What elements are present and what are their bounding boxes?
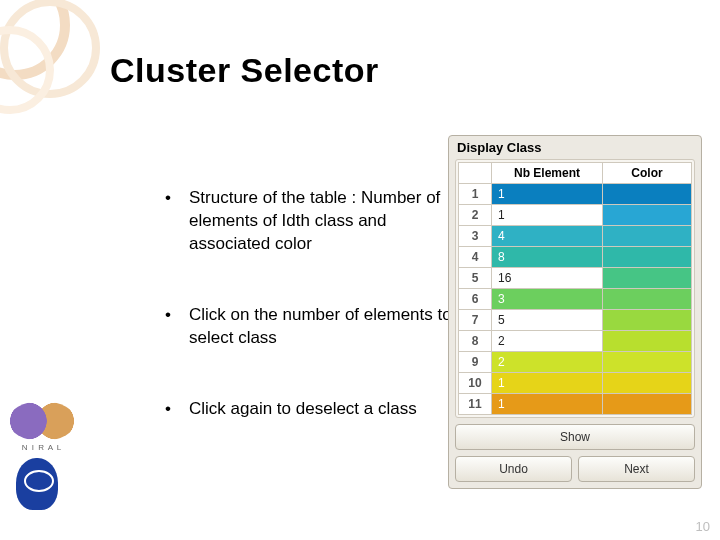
color-swatch: [603, 205, 692, 226]
col-color: Color: [603, 163, 692, 184]
table-row: 111: [459, 394, 692, 415]
row-index: 3: [459, 226, 492, 247]
page-number: 10: [696, 519, 710, 534]
table-row: 101: [459, 373, 692, 394]
table-row: 21: [459, 205, 692, 226]
class-table: Nb Element Color 11213448516637582921011…: [458, 162, 692, 415]
svg-point-2: [0, 30, 50, 110]
table-row: 34: [459, 226, 692, 247]
nb-element-cell[interactable]: 1: [492, 373, 603, 394]
table-row: 63: [459, 289, 692, 310]
nb-element-cell[interactable]: 8: [492, 247, 603, 268]
nb-element-cell[interactable]: 4: [492, 226, 603, 247]
color-swatch: [603, 352, 692, 373]
display-class-panel: Display Class Nb Element Color 112134485…: [448, 135, 702, 489]
panel-table-wrap: Nb Element Color 11213448516637582921011…: [455, 159, 695, 418]
row-index: 9: [459, 352, 492, 373]
table-row: 11: [459, 184, 692, 205]
table-row: 48: [459, 247, 692, 268]
brain-logo-icon: [8, 401, 76, 441]
nb-element-cell[interactable]: 2: [492, 352, 603, 373]
corner-rings-decoration: [0, 0, 120, 130]
nb-element-cell[interactable]: 1: [492, 394, 603, 415]
nb-element-cell[interactable]: 5: [492, 310, 603, 331]
bullet-item: Structure of the table : Number of eleme…: [165, 187, 465, 256]
color-swatch: [603, 247, 692, 268]
row-index: 8: [459, 331, 492, 352]
nb-element-cell[interactable]: 1: [492, 205, 603, 226]
nb-element-cell[interactable]: 16: [492, 268, 603, 289]
table-row: 92: [459, 352, 692, 373]
svg-point-1: [4, 2, 96, 94]
svg-point-0: [0, 0, 65, 75]
color-swatch: [603, 373, 692, 394]
nb-element-cell[interactable]: 3: [492, 289, 603, 310]
nb-element-cell[interactable]: 2: [492, 331, 603, 352]
head-logo-icon: [16, 458, 58, 510]
row-index: 2: [459, 205, 492, 226]
row-index: 1: [459, 184, 492, 205]
niral-label: N I R A L: [8, 443, 76, 452]
undo-button[interactable]: Undo: [455, 456, 572, 482]
color-swatch: [603, 184, 692, 205]
row-index: 11: [459, 394, 492, 415]
bullet-list: Structure of the table : Number of eleme…: [125, 187, 465, 469]
table-row: 516: [459, 268, 692, 289]
row-index: 4: [459, 247, 492, 268]
nb-element-cell[interactable]: 1: [492, 184, 603, 205]
slide-title: Cluster Selector: [110, 51, 379, 90]
color-swatch: [603, 310, 692, 331]
row-index: 10: [459, 373, 492, 394]
color-swatch: [603, 268, 692, 289]
color-swatch: [603, 394, 692, 415]
show-button[interactable]: Show: [455, 424, 695, 450]
panel-heading: Display Class: [449, 136, 701, 157]
table-row: 82: [459, 331, 692, 352]
col-nb-element: Nb Element: [492, 163, 603, 184]
next-button[interactable]: Next: [578, 456, 695, 482]
color-swatch: [603, 289, 692, 310]
color-swatch: [603, 331, 692, 352]
logo-stack: N I R A L: [8, 401, 76, 510]
table-row: 75: [459, 310, 692, 331]
col-index: [459, 163, 492, 184]
bullet-item: Click again to deselect a class: [165, 398, 465, 421]
row-index: 6: [459, 289, 492, 310]
color-swatch: [603, 226, 692, 247]
row-index: 5: [459, 268, 492, 289]
bullet-item: Click on the number of elements to selec…: [165, 304, 465, 350]
row-index: 7: [459, 310, 492, 331]
